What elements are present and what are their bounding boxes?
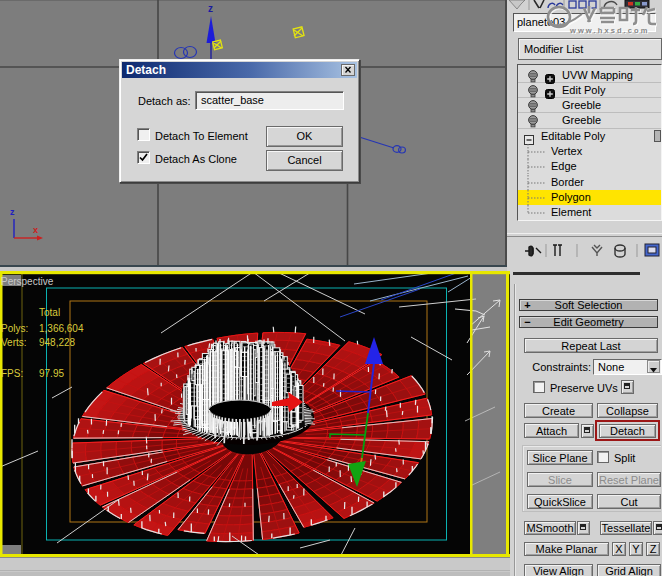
svg-text:x: x — [33, 225, 38, 235]
svg-text:z: z — [208, 3, 213, 14]
svg-text:z: z — [10, 207, 15, 217]
svg-text:www.hxsd.com: www.hxsd.com — [569, 26, 650, 35]
